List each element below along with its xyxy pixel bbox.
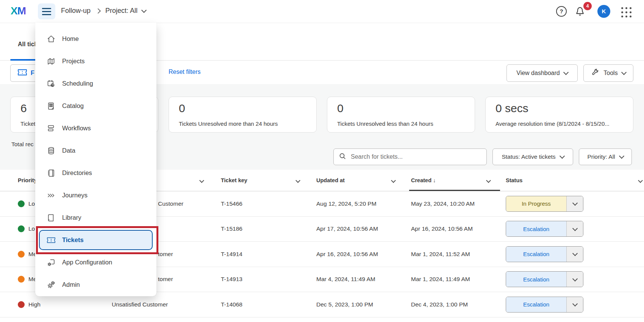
status-chevron-button[interactable] xyxy=(566,221,583,236)
menu-item-scheduling[interactable]: Scheduling xyxy=(35,72,156,95)
wrench-icon xyxy=(591,68,599,78)
status-chevron-button[interactable] xyxy=(566,196,583,211)
menu-item-data[interactable]: Data xyxy=(35,139,156,162)
active-menu-slot: Tickets xyxy=(35,229,156,251)
status-dropdown[interactable]: Escalation xyxy=(506,271,583,287)
menu-item-home[interactable]: Home xyxy=(35,28,156,50)
breadcrumb-separator-icon xyxy=(95,8,101,14)
column-sort-chevron[interactable] xyxy=(392,177,395,183)
tickets-icon xyxy=(47,236,56,245)
menu-item-library[interactable]: Library xyxy=(35,206,156,229)
xm-logo: XM xyxy=(11,5,26,17)
column-header-created[interactable]: Created ↓ xyxy=(411,177,436,183)
column-header-updated-at[interactable]: Updated at xyxy=(316,177,345,183)
column-sort-chevron[interactable] xyxy=(296,177,300,183)
updated-at: Apr 17, 2024, 10:56 AM xyxy=(316,225,378,232)
view-dashboard-label: View dashboard xyxy=(516,70,560,77)
menu-item-admin[interactable]: Admin xyxy=(35,274,156,296)
home-icon xyxy=(47,34,56,44)
stat-card: 0 secsAverage resolution time (8/1/2024 … xyxy=(485,97,633,133)
ticket-icon xyxy=(17,69,27,77)
reset-filters-link[interactable]: Reset filters xyxy=(169,69,200,75)
menu-item-label: Library xyxy=(62,214,81,221)
status-dropdown[interactable]: Escalation xyxy=(506,297,583,313)
help-button[interactable]: ? xyxy=(556,6,567,17)
menu-item-label: Tickets xyxy=(62,236,84,244)
menu-item-label: Workflows xyxy=(62,125,91,132)
status-dropdown[interactable]: In Progress xyxy=(506,196,583,212)
top-bar: XM Follow-up Project: All ? 4 K xyxy=(0,0,644,23)
ticket-key: T-14913 xyxy=(221,276,242,283)
menu-item-label: App Configuration xyxy=(62,259,112,266)
status-chevron-button[interactable] xyxy=(566,272,583,287)
ticket-name: tomer xyxy=(158,251,173,258)
column-header-ticket-key[interactable]: Ticket key xyxy=(221,177,247,183)
tab-all-tickets[interactable]: All tick xyxy=(18,41,38,48)
filter-button-label: F xyxy=(31,70,34,77)
status-chevron-button[interactable] xyxy=(566,297,583,312)
ticket-name: Customer xyxy=(158,200,183,207)
stat-card-label: Ticket xyxy=(20,120,35,127)
stat-card-value: 0 secs xyxy=(496,102,528,115)
menu-item-journeys[interactable]: Journeys xyxy=(35,184,156,206)
column-sort-chevron[interactable] xyxy=(200,177,203,183)
stat-card-label: Tickets Unresolved more than 24 hours xyxy=(179,120,278,127)
menu-item-label: Catalog xyxy=(62,102,84,109)
created-at: Mar 1, 2024, 11:52 AM xyxy=(411,251,470,258)
stat-card-value: 6 xyxy=(20,102,27,115)
directories-icon xyxy=(47,169,56,178)
priority-dot-icon xyxy=(18,301,25,308)
priority-label: Lo xyxy=(28,200,35,207)
breadcrumb-project-dropdown[interactable]: Project: All xyxy=(105,7,146,15)
user-avatar[interactable]: K xyxy=(597,5,610,18)
menu-item-label: Journeys xyxy=(62,192,88,199)
status-badge: Escalation xyxy=(506,247,566,262)
priority-label: Lo xyxy=(28,225,35,232)
menu-item-workflows[interactable]: Workflows xyxy=(35,117,156,139)
sorted-column-indicator xyxy=(409,190,500,191)
search-input[interactable] xyxy=(350,153,481,161)
status-dropdown[interactable]: Escalation xyxy=(506,246,583,262)
ticket-key: T-14914 xyxy=(221,251,242,258)
ticket-key: T-14068 xyxy=(221,301,242,308)
sort-desc-arrow: ↓ xyxy=(433,177,436,183)
priority-filter-dropdown[interactable]: Priority: All xyxy=(579,148,632,165)
stat-card: 0Tickets Unresolved less than 24 hours xyxy=(327,97,475,133)
view-dashboard-button[interactable]: View dashboard xyxy=(506,64,578,82)
stat-card: 0Tickets Unresolved more than 24 hours xyxy=(169,97,317,133)
menu-item-app-configuration[interactable]: App Configuration xyxy=(35,251,156,274)
menu-item-label: Admin xyxy=(62,281,80,288)
hamburger-menu-button[interactable] xyxy=(38,3,55,19)
breadcrumb-project-label: Project: All xyxy=(105,7,138,15)
column-header-priority[interactable]: Priority xyxy=(18,177,37,183)
priority-dot-icon xyxy=(18,251,25,258)
column-sort-chevron[interactable] xyxy=(487,177,490,183)
priority-label: High xyxy=(28,301,41,308)
menu-item-label: Directories xyxy=(62,169,92,177)
column-header-status[interactable]: Status xyxy=(506,177,522,183)
priority-filter-label: Priority: All xyxy=(587,153,615,160)
column-sort-chevron[interactable] xyxy=(639,177,642,183)
status-filter-dropdown[interactable]: Status: Active tickets xyxy=(492,148,573,165)
status-badge: Escalation xyxy=(506,272,566,287)
breadcrumb-section[interactable]: Follow-up xyxy=(61,7,91,15)
menu-item-projects[interactable]: Projects xyxy=(35,50,156,72)
menu-item-label: Projects xyxy=(62,58,85,65)
chevron-down-icon xyxy=(560,153,565,159)
ticket-search[interactable] xyxy=(333,148,487,165)
priority-dot-icon xyxy=(18,225,25,232)
status-chevron-button[interactable] xyxy=(566,247,583,262)
menu-item-directories[interactable]: Directories xyxy=(35,162,156,184)
ticket-key: T-15186 xyxy=(221,225,242,232)
status-badge: Escalation xyxy=(506,297,566,312)
ticket-name: Unsatisfied Customer xyxy=(112,301,168,308)
chevron-down-icon xyxy=(621,70,627,75)
menu-item-catalog[interactable]: Catalog xyxy=(35,95,156,117)
catalog-icon xyxy=(47,102,56,111)
projects-icon xyxy=(47,57,56,66)
menu-item-tickets[interactable]: Tickets xyxy=(39,230,153,250)
app-switcher-icon[interactable] xyxy=(621,7,631,17)
chevron-down-icon xyxy=(619,153,624,159)
tools-button[interactable]: Tools xyxy=(583,64,633,82)
status-dropdown[interactable]: Escalation xyxy=(506,221,583,237)
